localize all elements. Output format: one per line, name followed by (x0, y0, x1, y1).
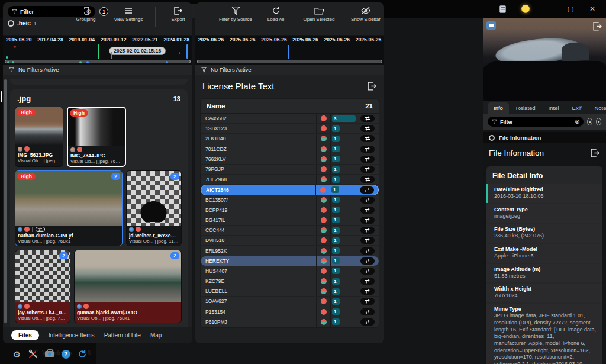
detail-field[interactable]: Date/Time Digitized 2016-03-10 18:10:05 (486, 184, 602, 203)
timeline-chart[interactable] (195, 43, 384, 59)
plate-row[interactable]: DVH518 1 (201, 236, 379, 246)
thumbnail-image[interactable] (75, 250, 181, 302)
bottom-tab[interactable]: Pattern of Life (104, 332, 141, 339)
swap-button[interactable] (360, 247, 375, 255)
swap-button[interactable] (360, 176, 375, 183)
help-icon[interactable]: ? (61, 349, 71, 359)
preview-image[interactable] (483, 18, 606, 101)
view-settings-button[interactable]: View Settings (112, 6, 144, 22)
notes-icon[interactable] (499, 5, 506, 13)
plate-row[interactable]: 1SBX123 1 (201, 124, 379, 134)
show-sidebar-button[interactable]: Show Sidebar (349, 6, 383, 22)
plate-row[interactable]: 1OAV627 1 (201, 297, 379, 307)
thumb-card[interactable]: High IMG_7344.JPG Visual Ob... | jpeg, 7… (67, 107, 126, 167)
bottom-tab[interactable]: Map (150, 332, 162, 339)
thumb-card[interactable]: High 2 nathan-dumlao-GJNLyf V (15, 170, 123, 246)
plate-row[interactable]: P610PMJ 1 (201, 317, 379, 327)
close-button[interactable]: ✕ (589, 0, 595, 18)
plate-row[interactable]: LUEBELL 1 (201, 286, 379, 297)
plate-row[interactable]: AICT2846 1 (201, 185, 379, 195)
minimize-button[interactable]: — (545, 0, 552, 18)
swap-button[interactable] (360, 227, 375, 234)
plate-row[interactable]: 79PGJP 1 (201, 165, 379, 175)
timeline-chart[interactable]: 2025-02-01 02:15:16 ** (3, 43, 192, 59)
detail-tab[interactable]: Exif (566, 102, 588, 114)
detail-tab[interactable]: Related (510, 102, 541, 114)
swap-button[interactable] (360, 207, 375, 214)
swap-button[interactable] (360, 257, 375, 265)
thumb-card[interactable]: High IMG_5623.JPG Visual Ob... | jpeg, 1… (15, 107, 63, 167)
grid-scrollbar[interactable] (4, 79, 7, 323)
active-filter-chip[interactable]: .heic 1 (8, 20, 37, 27)
open-selected-button[interactable]: Open Selected (300, 6, 338, 22)
bottom-tab[interactable]: Files (11, 330, 39, 340)
swap-button[interactable] (360, 135, 375, 142)
bottom-tab[interactable]: Intelligence Items (49, 332, 95, 339)
swap-button[interactable] (360, 268, 375, 275)
swap-button[interactable] (360, 197, 375, 204)
detail-tab[interactable]: Notes (588, 102, 606, 114)
swap-button[interactable] (360, 318, 375, 326)
column-header-name[interactable]: Name (207, 102, 225, 109)
evidence-case-icon[interactable] (44, 349, 54, 359)
plate-row[interactable]: BG417IL 1 (201, 215, 379, 226)
plate-row[interactable]: HEREKTY 1 (201, 256, 379, 266)
plate-row[interactable]: 7HEZ968 1 (201, 175, 379, 185)
timeline-scrollbar[interactable] (3, 59, 192, 65)
plate-row[interactable]: 7662KLV 1 (201, 154, 379, 165)
plate-row[interactable]: 2LKT840 1 (201, 134, 379, 144)
swap-button[interactable] (360, 156, 375, 163)
detail-field[interactable]: Content Type image/jpeg (486, 204, 602, 223)
thumb-card[interactable]: 2 jay-roberts-LbJ-_0hSZB Visual Ob... | … (15, 250, 70, 323)
export-button[interactable]: Export (166, 6, 190, 22)
load-all-button[interactable]: Load All (262, 6, 289, 22)
grouping-button[interactable]: Grouping (70, 6, 102, 22)
expand-all-button[interactable]: ▲ (587, 118, 592, 125)
export-icon[interactable] (592, 21, 602, 31)
detail-field[interactable]: Width x Height 768x1024 (486, 284, 602, 302)
swap-button[interactable] (360, 308, 375, 315)
detail-field[interactable]: Mime Type JPEG image data, JFIF standard… (486, 304, 602, 364)
filter-by-source-button[interactable]: Filter by Source (220, 6, 252, 22)
detail-tab[interactable]: Info (488, 102, 509, 114)
detail-field[interactable]: File Size (Bytes) 236,40 kB, (242 076) (486, 224, 602, 243)
maximize-button[interactable]: ▢ (568, 0, 574, 18)
export-icon[interactable] (590, 148, 600, 158)
thumb-card[interactable]: 2 jd-weiher-r_I6Y3eFrXE-unsplash..jpg Vi… (126, 170, 182, 246)
plate-row[interactable]: ERL952K 1 (201, 246, 379, 256)
collapse-all-button[interactable]: ▼ (596, 118, 601, 125)
swap-button[interactable] (360, 298, 375, 305)
plate-row[interactable]: P153154 1 (201, 307, 379, 317)
plate-row[interactable]: CCC444 1 (201, 226, 379, 236)
swap-button[interactable] (360, 166, 375, 173)
swap-button[interactable] (360, 146, 375, 153)
swap-button[interactable] (360, 125, 375, 132)
file-name: nathan-dumlao-GJNLyf (18, 233, 120, 239)
plate-row[interactable]: 7011CDZ 1 (201, 144, 379, 154)
sync-icon[interactable] (77, 349, 87, 359)
timeline-scrollbar[interactable] (195, 59, 384, 65)
detail-tab[interactable]: Intel (543, 102, 565, 114)
collapsed-section-bar[interactable]: File Information (483, 132, 606, 143)
swap-button[interactable] (360, 186, 374, 194)
export-icon[interactable] (367, 81, 377, 91)
lightbulb-icon[interactable] (521, 5, 530, 13)
thumb-card[interactable]: 2 gunnar-bjarki-wwt1jJX1O Visual Ob... |… (74, 250, 182, 323)
plate-row[interactable]: BC13507/ 1 (201, 195, 379, 205)
swap-button[interactable] (360, 237, 375, 244)
plate-row[interactable]: HUS4407 1 (201, 266, 379, 276)
plate-row[interactable]: BCPP419 1 (201, 205, 379, 215)
swap-button[interactable] (360, 278, 375, 285)
swap-button[interactable] (360, 288, 375, 295)
tools-icon[interactable] (28, 349, 38, 359)
clear-filter-icon[interactable]: ⊗ (575, 118, 579, 125)
detail-filter-input[interactable] (500, 119, 572, 125)
swap-button[interactable] (360, 217, 375, 224)
thumb-caption: nathan-dumlao-GJNLyf Visual Ob... | jpeg… (15, 232, 122, 246)
detail-field[interactable]: Image Altitude (m) 51,83 metres (486, 264, 602, 283)
swap-button[interactable] (360, 115, 375, 122)
detail-field[interactable]: Exif Make -Model Apple - iPhone 6 (486, 244, 602, 263)
settings-gear-icon[interactable]: ⚙ (12, 349, 22, 359)
plate-row[interactable]: KZC79E 1 (201, 276, 379, 286)
plate-row[interactable]: CA45582 3 (201, 114, 379, 124)
